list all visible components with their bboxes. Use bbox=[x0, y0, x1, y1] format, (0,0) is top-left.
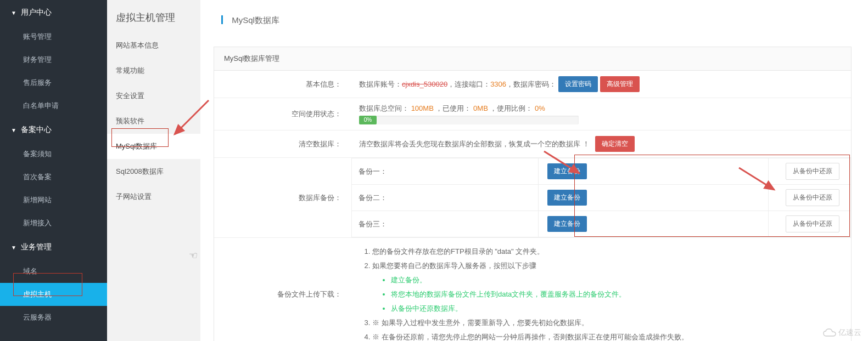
secondary-sidebar-title: 虚拟主机管理 bbox=[107, 0, 200, 33]
sidebar-item-after-sales[interactable]: 售后服务 bbox=[0, 71, 107, 94]
sidebar-group-label: 用户中心 bbox=[21, 8, 52, 18]
row-backup: 数据库备份： 备份一： 建立备份 从备份中还原 备份二： 建立备份 从备份中还原 bbox=[214, 158, 851, 238]
create-backup-button[interactable]: 建立备份 bbox=[547, 163, 587, 179]
row-label: 清空数据库： bbox=[214, 130, 351, 157]
sidebar-item-whitelist-apply[interactable]: 白名单申请 bbox=[0, 94, 107, 117]
sidebar-item-first-beian[interactable]: 首次备案 bbox=[0, 166, 107, 189]
sidebar-item-cloud-server[interactable]: 云服务器 bbox=[0, 306, 107, 329]
restore-backup-button[interactable]: 从备份中还原 bbox=[786, 163, 839, 180]
row-clear-db: 清空数据库： 清空数据库将会丢失您现在数据库的全部数据，恢复成一个空的数据库 ！… bbox=[214, 130, 851, 158]
sidebar2-item-site-info[interactable]: 网站基本信息 bbox=[107, 33, 200, 58]
sidebar-item-vhost[interactable]: 虚拟主机 bbox=[0, 283, 107, 306]
sidebar-item-finance-mgmt[interactable]: 财务管理 bbox=[0, 48, 107, 71]
caret-down-icon: ▼ bbox=[11, 127, 16, 133]
primary-sidebar: ▼ 用户中心 账号管理 财务管理 售后服务 白名单申请 ▼ 备案中心 备案须知 … bbox=[0, 0, 107, 341]
sidebar-group-label: 备案中心 bbox=[21, 125, 52, 135]
total-space-value: 100MB bbox=[411, 104, 434, 112]
db-pwd-label: ，数据库密码： bbox=[506, 79, 556, 89]
row-label: 空间使用状态： bbox=[214, 98, 351, 130]
db-account-value: cjxdis_530020 bbox=[402, 80, 447, 88]
table-row: 备份二： 建立备份 从备份中还原 bbox=[352, 185, 851, 211]
sidebar2-item-security[interactable]: 安全设置 bbox=[107, 83, 200, 109]
sidebar-item-new-site[interactable]: 新增网站 bbox=[0, 189, 107, 212]
confirm-clear-button[interactable]: 确定清空 bbox=[595, 136, 635, 152]
row-basic-info: 基本信息： 数据库账号： cjxdis_530020 ，连接端口： 3306 ，… bbox=[214, 71, 851, 98]
table-row: 备份一： 建立备份 从备份中还原 bbox=[352, 158, 851, 185]
row-space-usage: 空间使用状态： 数据库总空间： 100MB ，已使用： 0MB ，使用比例： 0… bbox=[214, 98, 851, 130]
progress-bar-fill: 0% bbox=[359, 116, 377, 124]
sidebar-item-domain[interactable]: 域名 bbox=[0, 260, 107, 283]
sidebar2-item-subsite[interactable]: 子网站设置 bbox=[107, 184, 200, 209]
row-label: 基本信息： bbox=[214, 71, 351, 98]
breadcrumb: MySql数据库 bbox=[211, 0, 854, 36]
tip-item: 如果您要将自己的数据库导入服务器，按照以下步骤 建立备份。 将您本地的数据库备份… bbox=[372, 259, 842, 316]
cloud-icon bbox=[823, 328, 836, 337]
mysql-panel: MySql数据库管理 基本信息： 数据库账号： cjxdis_530020 ，连… bbox=[214, 47, 852, 341]
watermark-text: 亿速云 bbox=[838, 328, 861, 338]
sidebar2-item-sql2008[interactable]: Sql2008数据库 bbox=[107, 159, 200, 184]
sidebar-item-new-access[interactable]: 新增接入 bbox=[0, 212, 107, 235]
row-content: 您的备份文件存放在您的FTP根目录的 "data" 文件夹。 如果您要将自己的数… bbox=[351, 238, 851, 341]
db-port-value: 3306 bbox=[490, 80, 506, 88]
sidebar-group-user-center[interactable]: ▼ 用户中心 bbox=[0, 0, 107, 25]
caret-down-icon: ▼ bbox=[11, 10, 16, 16]
tip-item: ※ 如果导入过程中发生意外，需要重新导入，您要先初始化数据库。 bbox=[372, 316, 842, 330]
sidebar2-item-mysql[interactable]: MySql数据库 bbox=[107, 134, 200, 159]
tip-sub-item: 从备份中还原数据库。 bbox=[391, 302, 842, 316]
restore-backup-button[interactable]: 从备份中还原 bbox=[786, 189, 839, 206]
row-backup-tips: 备份文件上传下载： 您的备份文件存放在您的FTP根目录的 "data" 文件夹。… bbox=[214, 238, 851, 341]
accent-bar-icon bbox=[221, 15, 223, 24]
clear-warning: 清空数据库将会丢失您现在数据库的全部数据，恢复成一个空的数据库 ！ bbox=[359, 139, 590, 149]
sidebar-group-label: 业务管理 bbox=[21, 242, 52, 252]
sidebar-item-account-mgmt[interactable]: 账号管理 bbox=[0, 25, 107, 48]
create-backup-button[interactable]: 建立备份 bbox=[547, 216, 587, 232]
ratio-value: 0% bbox=[535, 104, 545, 112]
tip-item: ※ 在备份还原前，请您先停止您的网站一分钟后再操作，否则数据库正在使用可能会造成… bbox=[372, 330, 842, 341]
row-content: 数据库账号： cjxdis_530020 ，连接端口： 3306 ，数据库密码：… bbox=[351, 71, 851, 98]
ratio-label: ，使用比例： bbox=[490, 104, 533, 112]
panel-title: MySql数据库管理 bbox=[214, 47, 851, 71]
progress-bar-track: 0% bbox=[359, 116, 579, 124]
sidebar2-item-general[interactable]: 常规功能 bbox=[107, 58, 200, 83]
sidebar-group-business[interactable]: ▼ 业务管理 bbox=[0, 235, 107, 260]
advanced-manage-button[interactable]: 高级管理 bbox=[600, 76, 640, 92]
caret-down-icon: ▼ bbox=[11, 245, 16, 251]
pointer-icon: ☜ bbox=[189, 249, 198, 262]
used-space-value: 0MB bbox=[473, 104, 488, 112]
row-label: 备份文件上传下载： bbox=[214, 238, 351, 341]
backup-slot-label: 备份一： bbox=[352, 158, 539, 185]
backup-table: 备份一： 建立备份 从备份中还原 备份二： 建立备份 从备份中还原 备份三： 建… bbox=[351, 158, 851, 237]
watermark: 亿速云 bbox=[823, 328, 861, 338]
sidebar-group-beian[interactable]: ▼ 备案中心 bbox=[0, 117, 107, 143]
backup-slot-label: 备份三： bbox=[352, 211, 539, 237]
sidebar2-item-preinstall[interactable]: 预装软件 bbox=[107, 109, 200, 134]
main-content: MySql数据库 MySql数据库管理 基本信息： 数据库账号： cjxdis_… bbox=[211, 0, 854, 341]
db-account-label: 数据库账号： bbox=[359, 79, 402, 89]
tip-item: 您的备份文件存放在您的FTP根目录的 "data" 文件夹。 bbox=[372, 245, 842, 259]
restore-backup-button[interactable]: 从备份中还原 bbox=[786, 215, 839, 232]
total-space-label: 数据库总空间： bbox=[359, 104, 409, 112]
set-password-button[interactable]: 设置密码 bbox=[558, 76, 598, 92]
sidebar-item-beian-notice[interactable]: 备案须知 bbox=[0, 143, 107, 166]
table-row: 备份三： 建立备份 从备份中还原 bbox=[352, 211, 851, 237]
create-backup-button[interactable]: 建立备份 bbox=[547, 190, 587, 206]
secondary-sidebar: 虚拟主机管理 网站基本信息 常规功能 安全设置 预装软件 MySql数据库 Sq… bbox=[107, 0, 200, 341]
row-content: 清空数据库将会丢失您现在数据库的全部数据，恢复成一个空的数据库 ！ 确定清空 bbox=[351, 130, 851, 157]
row-content: 备份一： 建立备份 从备份中还原 备份二： 建立备份 从备份中还原 备份三： 建… bbox=[351, 158, 851, 237]
tip-sub-item: 建立备份。 bbox=[391, 273, 842, 287]
used-space-label: ，已使用： bbox=[435, 104, 471, 112]
tip-sub-item: 将您本地的数据库备份文件上传到data文件夹，覆盖服务器上的备份文件。 bbox=[391, 287, 842, 302]
db-port-label: ，连接端口： bbox=[447, 79, 490, 89]
backup-slot-label: 备份二： bbox=[352, 185, 539, 211]
row-label: 数据库备份： bbox=[214, 158, 351, 237]
row-content: 数据库总空间： 100MB ，已使用： 0MB ，使用比例： 0% 0% bbox=[351, 98, 851, 130]
breadcrumb-text: MySql数据库 bbox=[232, 15, 279, 25]
